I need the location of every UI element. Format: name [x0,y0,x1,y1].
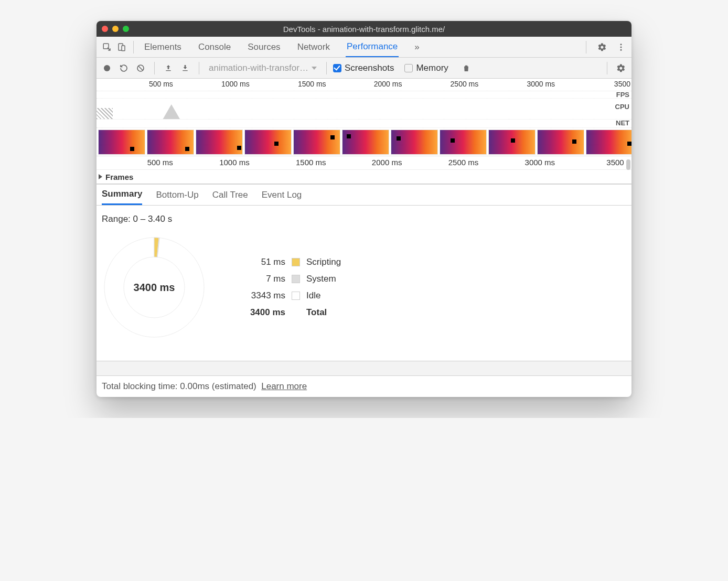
ruler-tick: 1000 ms [221,80,250,88]
record-button[interactable] [100,61,114,76]
devtools-window: DevTools - animation-with-transform.glit… [97,21,631,397]
details-tab-event-log[interactable]: Event Log [262,185,302,205]
ruler-tick: 1500 ms [298,80,326,88]
expand-triangle-icon [99,174,102,179]
details-tab-call-tree[interactable]: Call Tree [212,185,248,205]
tab-network[interactable]: Network [296,37,331,57]
filmstrip-thumb[interactable] [293,130,340,155]
ruler-tick: 2000 ms [374,80,402,88]
divider [607,62,607,74]
save-profile-button[interactable] [178,61,192,76]
inspect-element-icon[interactable] [100,40,114,55]
details-tabs: Summary Bottom-Up Call Tree Event Log [97,185,631,206]
svg-rect-9 [183,70,187,71]
thumb-marker [237,146,241,150]
titlebar[interactable]: DevTools - animation-with-transform.glit… [97,21,631,37]
ruler-tick: 3500 r [606,158,629,167]
legend-value: 7 ms [243,274,285,284]
footer-spacer [97,361,631,375]
details-tab-summary[interactable]: Summary [102,185,142,205]
svg-point-3 [620,44,622,45]
capture-settings-icon[interactable] [614,61,628,76]
flame-ruler[interactable]: 500 ms 1000 ms 1500 ms 2000 ms 2500 ms 3… [97,156,631,169]
window-zoom-button[interactable] [123,26,129,32]
cpu-lane: CPU [97,99,631,120]
svg-point-4 [620,46,622,48]
recording-select-label: animation-with-transfor… [209,63,308,73]
fps-lane: FPS [97,91,631,99]
screenshots-checkbox[interactable]: Screenshots [333,63,394,73]
ruler-tick: 2000 ms [372,158,402,167]
performance-toolbar: animation-with-transfor… Screenshots Mem… [97,58,631,79]
screenshots-label: Screenshots [345,63,394,73]
ruler-tick: 2500 ms [448,158,479,167]
donut-center-value: 3400 ms [102,235,207,340]
garbage-collect-button[interactable] [459,61,474,76]
blocking-time-text: Total blocking time: 0.00ms (estimated) [102,381,256,391]
details-tab-bottom-up[interactable]: Bottom-Up [156,185,198,205]
ruler-tick: 1500 ms [296,158,326,167]
summary-legend: 51 msScripting7 msSystem3343 msIdle3400 … [243,257,341,318]
more-tabs-button[interactable]: » [413,37,420,57]
filmstrip[interactable] [97,128,631,156]
filmstrip-thumb[interactable] [391,130,438,155]
window-close-button[interactable] [102,26,108,32]
reload-record-button[interactable] [116,61,131,76]
svg-rect-2 [122,46,125,51]
device-toolbar-icon[interactable] [114,40,129,55]
thumb-marker [451,138,455,143]
memory-checkbox[interactable]: Memory [404,63,448,73]
load-profile-button[interactable] [161,61,176,76]
filmstrip-thumb[interactable] [537,130,584,155]
legend-value: 3343 ms [243,290,285,301]
vertical-scrollbar-thumb[interactable] [626,159,630,170]
svg-rect-8 [166,70,170,71]
tab-sources[interactable]: Sources [247,37,281,57]
frames-label: Frames [105,173,133,181]
tab-console[interactable]: Console [197,37,232,57]
window-minimize-button[interactable] [112,26,119,32]
thumb-marker [627,142,631,146]
filmstrip-thumb[interactable] [342,130,389,155]
ruler-tick: 2500 ms [451,80,479,88]
settings-icon[interactable] [595,40,609,55]
ruler-tick: 500 ms [147,158,173,167]
net-lane: NET [97,120,631,128]
filmstrip-thumb[interactable] [488,130,536,155]
filmstrip-thumb[interactable] [244,130,292,155]
legend-label: System [306,274,341,284]
filmstrip-thumb[interactable] [98,130,145,155]
overview-ruler[interactable]: 500 ms 1000 ms 1500 ms 2000 ms 2500 ms 3… [97,79,631,91]
filmstrip-thumb[interactable] [196,130,243,155]
filmstrip-thumb[interactable] [440,130,487,155]
cpu-lane-label: CPU [615,103,629,111]
tab-elements[interactable]: Elements [143,37,183,57]
range-label: Range: 0 – 3.40 s [102,214,626,224]
cpu-peak [150,103,193,119]
filmstrip-thumb[interactable] [586,130,631,155]
checkbox-checked-icon [333,64,341,72]
divider [154,62,155,74]
svg-point-6 [104,65,110,71]
thumb-marker [511,138,515,143]
kebab-menu-icon[interactable] [614,40,628,55]
legend-swatch [292,258,300,266]
overview-pane[interactable]: 500 ms 1000 ms 1500 ms 2000 ms 2500 ms 3… [97,79,631,185]
legend-swatch [292,275,300,283]
frames-track-header[interactable]: Frames [97,169,631,184]
ruler-tick: 3000 ms [527,80,555,88]
learn-more-link[interactable]: Learn more [261,381,307,391]
window-title: DevTools - animation-with-transform.glit… [97,25,631,34]
clear-button[interactable] [133,61,148,76]
chevron-down-icon [312,67,317,70]
net-lane-label: NET [616,119,629,127]
ruler-tick: 3000 ms [525,158,555,167]
svg-point-5 [620,49,622,50]
fps-lane-label: FPS [616,91,629,99]
recording-select[interactable]: animation-with-transfor… [209,63,317,73]
summary-pane: Range: 0 – 3.40 s 3400 ms 51 msScripting… [97,206,631,361]
filmstrip-thumb[interactable] [147,130,194,155]
footer-bar: Total blocking time: 0.00ms (estimated) … [97,375,631,397]
cpu-hatch [97,108,113,119]
tab-performance[interactable]: Performance [346,37,399,57]
